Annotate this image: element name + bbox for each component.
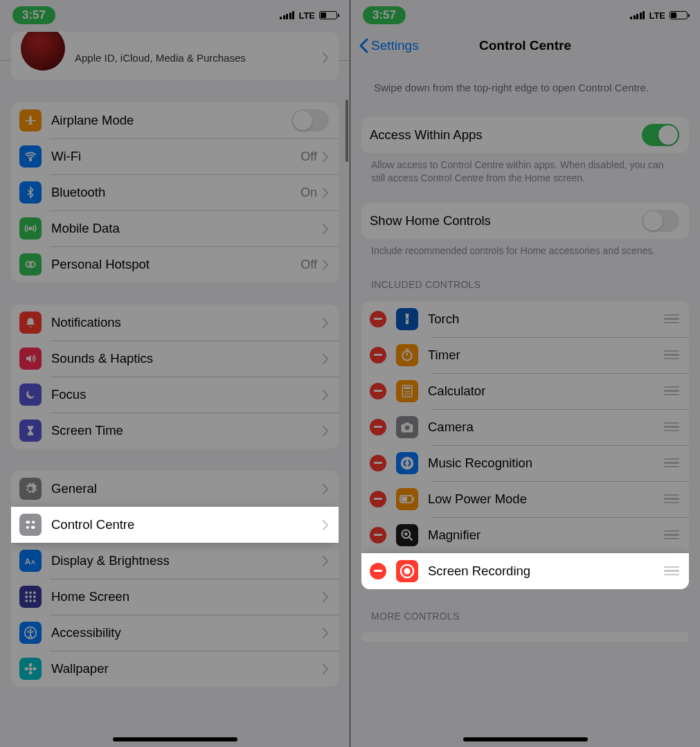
bluetooth-row[interactable]: BluetoothOn [11,174,339,210]
sounds-haptics-row[interactable]: Sounds & Haptics [11,341,339,377]
home-footer: Include recommended controls for Home ac… [361,239,689,258]
remove-low-power-mode-button[interactable] [370,491,386,507]
airplane-mode-row[interactable]: Airplane Mode [11,102,339,138]
svg-point-34 [406,393,408,395]
row-label: Bluetooth [51,185,300,200]
mobile-data-row[interactable]: Mobile Data [11,210,339,246]
remove-magnifier-button[interactable] [370,527,386,543]
access-switch[interactable] [642,124,679,146]
notifications-row[interactable]: Notifications [11,305,339,341]
accessibility-icon [19,622,42,644]
remove-calculator-button[interactable] [370,383,386,399]
svg-point-22 [29,663,33,667]
record-icon [396,560,418,582]
row-label: Sounds & Haptics [51,351,323,366]
status-time-pill[interactable]: 3:57 [12,6,55,24]
svg-rect-4 [26,521,30,523]
flower-icon [19,658,42,680]
scrollbar-thumb[interactable] [345,100,348,162]
svg-point-5 [32,521,35,523]
row-label: Accessibility [51,625,323,640]
row-label: Notifications [51,315,323,330]
wallpaper-row[interactable]: Wallpaper [11,651,339,687]
wi-fi-row[interactable]: Wi-FiOff [11,138,339,174]
remove-music-recognition-button[interactable] [370,455,386,471]
home-indicator[interactable] [113,737,237,741]
reorder-handle[interactable] [664,350,679,360]
reorder-handle[interactable] [664,494,679,504]
back-label: Settings [371,38,419,53]
row-label: Show Home Controls [370,213,642,228]
remove-timer-button[interactable] [370,347,386,363]
display-brightness-row[interactable]: AADisplay & Brightness [11,543,339,579]
svg-rect-29 [404,387,411,389]
svg-rect-16 [26,600,28,602]
wifi-icon [19,145,42,168]
row-label: Focus [51,387,323,402]
remove-torch-button[interactable] [370,311,386,327]
focus-row[interactable]: Focus [11,377,339,413]
chevron-right-icon [323,53,329,63]
more-controls-list [361,632,689,642]
row-label: Access Within Apps [370,127,642,143]
control-centre-row[interactable]: Control Centre [11,507,339,543]
home-screen-row[interactable]: Home Screen [11,579,339,615]
reorder-handle[interactable] [664,386,679,396]
svg-rect-12 [33,592,35,594]
torch-row[interactable]: Torch [361,301,689,337]
back-button[interactable]: Settings [359,38,419,53]
network-label: LTE [649,10,665,21]
screen-recording-row[interactable]: Screen Recording [361,553,689,589]
row-label: Music Recognition [428,456,664,471]
chevron-right-icon [323,260,329,270]
home-switch[interactable] [642,210,679,232]
chevron-right-icon [323,556,329,566]
row-label: Control Centre [51,517,323,532]
chevron-right-icon [323,224,329,234]
personal-hotspot-row[interactable]: Personal HotspotOff [11,246,339,282]
magnifier-row[interactable]: Magnifier [361,517,689,553]
timer-row[interactable]: Timer [361,337,689,373]
home-indicator[interactable] [463,737,588,741]
reorder-handle[interactable] [664,566,679,576]
svg-text:A: A [31,559,35,566]
screen-time-row[interactable]: Screen Time [11,413,339,449]
antenna-icon [19,217,42,240]
settings-scroll[interactable]: Apple ID, iCloud, Media & Purchases Airp… [0,30,350,747]
status-bar: 3:57 LTE [0,0,350,30]
gear-icon [19,478,42,500]
svg-point-21 [29,667,33,671]
general-row[interactable]: General [11,471,339,507]
control-centre-scroll[interactable]: Swipe down from the top-right edge to op… [350,61,700,747]
camera-row[interactable]: Camera [361,409,689,445]
accessibility-row[interactable]: Accessibility [11,615,339,651]
show-home-controls-row[interactable]: Show Home Controls [361,203,689,239]
reorder-handle[interactable] [664,314,679,324]
row-label: General [51,481,323,496]
reorder-handle[interactable] [664,422,679,432]
airplane-mode-switch[interactable] [291,109,329,132]
calculator-row[interactable]: Calculator [361,373,689,409]
control-centre-highlight: Control Centre [11,507,339,543]
reorder-handle[interactable] [664,458,679,468]
row-label: Torch [428,312,664,327]
camera-icon [396,416,418,438]
svg-point-1 [29,227,31,229]
remove-screen-recording-button[interactable] [370,563,386,579]
svg-rect-10 [26,592,28,594]
status-time-pill[interactable]: 3:57 [363,6,406,24]
music-recognition-row[interactable]: Music Recognition [361,445,689,481]
grid-icon [19,586,42,608]
svg-point-43 [404,568,410,574]
reorder-handle[interactable] [664,530,679,540]
svg-point-37 [401,456,413,469]
remove-camera-button[interactable] [370,419,386,435]
hourglass-icon [19,420,42,442]
network-label: LTE [298,10,315,21]
hotspot-icon [19,253,42,276]
moon-icon [19,384,42,406]
access-within-apps-row[interactable]: Access Within Apps [361,117,689,153]
low-power-mode-row[interactable]: Low Power Mode [361,481,689,517]
cellular-signal-icon [630,11,645,19]
profile-group[interactable]: Apple ID, iCloud, Media & Purchases [11,32,339,80]
